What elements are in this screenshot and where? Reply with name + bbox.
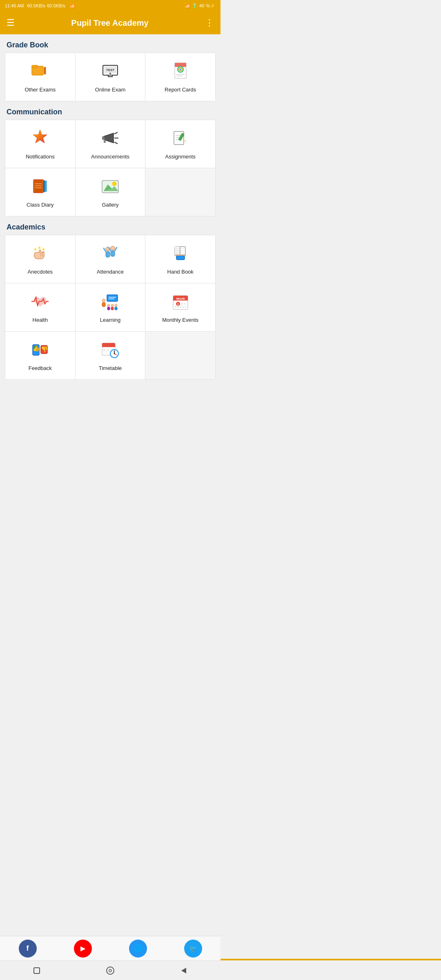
svg-rect-73 — [115, 307, 117, 310]
more-options-icon[interactable]: ⋮ — [205, 18, 214, 28]
assignments-label: Assignments — [165, 154, 195, 160]
svg-text:1: 1 — [177, 303, 179, 305]
monthly-events-cell[interactable]: Month 1 Monthly Events — [145, 283, 215, 331]
feedback-label: Feedback — [29, 365, 52, 371]
svg-point-104 — [114, 353, 115, 354]
online-exam-icon: TEST — [100, 61, 120, 83]
communication-section-header: Communication — [0, 101, 220, 120]
timetable-label: Timetable — [99, 365, 122, 371]
network-speed: 60.5KB/s — [27, 3, 45, 8]
learning-cell[interactable]: Learning — [76, 283, 146, 331]
svg-rect-34 — [43, 180, 45, 192]
online-exam-label: Online Exam — [95, 87, 125, 93]
hand-book-label: Hand Book — [167, 269, 194, 275]
gallery-label: Gallery — [102, 202, 118, 208]
other-exams-cell[interactable]: Other Exams — [5, 53, 76, 101]
svg-point-81 — [184, 303, 185, 305]
learning-label: Learning — [100, 317, 121, 323]
svg-point-43 — [112, 182, 116, 186]
monthly-events-icon: Month 1 — [171, 292, 190, 314]
svg-point-70 — [115, 304, 117, 307]
svg-rect-67 — [102, 303, 105, 307]
anecdotes-label: Anecdotes — [28, 269, 53, 275]
battery-level: 40 — [199, 3, 204, 8]
class-diary-label: Class Diary — [27, 202, 53, 208]
svg-rect-62 — [176, 256, 185, 260]
network-speed-val: 60.5KB/s — [47, 3, 65, 8]
svg-point-85 — [182, 307, 183, 308]
health-cell[interactable]: Health — [5, 283, 76, 331]
attendance-icon — [100, 243, 120, 265]
anecdotes-cell[interactable]: ★ ★ ★ Anecdotes — [5, 235, 76, 283]
svg-text:👎: 👎 — [41, 346, 48, 353]
class-diary-cell[interactable]: Class Diary — [5, 168, 76, 216]
empty-cell-2 — [145, 332, 215, 379]
svg-point-68 — [107, 304, 110, 307]
attendance-cell[interactable]: Attendance — [76, 235, 146, 283]
svg-point-50 — [111, 246, 115, 250]
svg-point-99 — [108, 350, 109, 351]
academics-grid: ★ ★ ★ Anecdotes — [5, 235, 216, 380]
app-bar: ☰ Pupil Tree Academy ⋮ — [0, 11, 220, 34]
grade-book-row-1: Other Exams TEST Online Exam — [5, 53, 215, 101]
charging-icon: %⚡ — [206, 3, 216, 9]
report-cards-icon — [171, 61, 190, 83]
announcements-cell[interactable]: Announcements — [76, 120, 146, 168]
svg-rect-63 — [107, 295, 118, 301]
svg-rect-2 — [44, 67, 46, 74]
academics-row-2: Health — [5, 283, 215, 332]
announcements-label: Announcements — [91, 154, 129, 160]
svg-line-23 — [114, 142, 118, 144]
assignments-cell[interactable]: Assignments — [145, 120, 215, 168]
online-exam-cell[interactable]: TEST Online Exam — [76, 53, 146, 101]
communication-row-1: Notifications Announcements — [5, 120, 215, 168]
app-title: Pupil Tree Academy — [15, 18, 205, 28]
svg-line-21 — [114, 132, 118, 134]
svg-marker-31 — [185, 140, 186, 142]
svg-point-98 — [104, 350, 105, 351]
status-left: 11:46 AM 60.5KB/s 60.5KB/s 📶 — [5, 3, 75, 9]
notifications-label: Notifications — [26, 154, 55, 160]
svg-rect-1 — [32, 65, 38, 67]
communication-row-2: Class Diary Gallery — [5, 168, 215, 216]
svg-text:TEST: TEST — [106, 68, 115, 72]
svg-point-84 — [180, 307, 181, 308]
svg-text:★: ★ — [42, 247, 45, 252]
status-right: 📶 🔋 40 %⚡ — [185, 3, 216, 9]
svg-point-8 — [109, 73, 111, 74]
svg-point-82 — [175, 307, 176, 308]
academics-row-3: 👎 👍 Feedback — [5, 332, 215, 379]
class-diary-icon — [30, 176, 50, 198]
monthly-events-label: Monthly Events — [162, 317, 198, 323]
svg-point-83 — [177, 307, 178, 308]
svg-point-86 — [185, 307, 186, 308]
svg-text:👍: 👍 — [33, 345, 40, 352]
feedback-cell[interactable]: 👎 👍 Feedback — [5, 332, 76, 379]
svg-marker-19 — [33, 130, 47, 143]
empty-cell-1 — [145, 168, 215, 216]
report-cards-cell[interactable]: Report Cards — [145, 53, 215, 101]
attendance-label: Attendance — [97, 269, 124, 275]
other-exams-icon — [30, 61, 50, 83]
svg-point-14 — [180, 69, 181, 70]
svg-rect-93 — [102, 345, 115, 347]
hand-book-cell[interactable]: Hand Book — [145, 235, 215, 283]
svg-rect-33 — [34, 180, 42, 193]
signal-icon: 📶 — [69, 3, 75, 9]
svg-rect-57 — [175, 247, 180, 256]
gallery-icon — [100, 176, 120, 198]
timetable-cell[interactable]: Timetable — [76, 332, 146, 379]
assignments-icon — [171, 128, 190, 150]
svg-point-69 — [111, 304, 114, 307]
anecdotes-icon: ★ ★ ★ — [30, 243, 50, 265]
notifications-cell[interactable]: Notifications — [5, 120, 76, 168]
communication-grid: Notifications Announcements — [5, 120, 216, 216]
gallery-cell[interactable]: Gallery — [76, 168, 146, 216]
wifi-icon: 📶 — [185, 3, 190, 9]
svg-text:★: ★ — [38, 245, 41, 250]
feedback-icon: 👎 👍 — [30, 340, 50, 362]
other-exams-label: Other Exams — [24, 87, 56, 93]
academics-row-1: ★ ★ ★ Anecdotes — [5, 235, 215, 283]
health-icon — [30, 292, 50, 314]
hamburger-menu-icon[interactable]: ☰ — [7, 18, 15, 28]
